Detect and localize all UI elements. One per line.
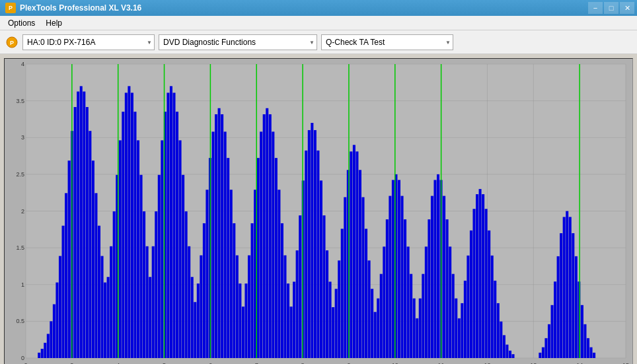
title-bar: P PlexTools Professional XL V3.16 − □ ✕ [0,0,637,16]
top-chart-canvas [5,59,632,364]
svg-text:P: P [10,40,14,46]
menu-help[interactable]: Help [40,17,67,29]
top-chart [4,58,633,364]
menu-options[interactable]: Options [3,17,40,29]
function-select[interactable]: DVD Diagnostic Functions [159,34,317,50]
close-button[interactable]: ✕ [620,2,634,14]
window-title: PlexTools Professional XL V3.16 [20,3,141,13]
title-bar-left: P PlexTools Professional XL V3.16 [5,3,141,13]
test-select-wrapper[interactable]: Q-Check TA Test [321,34,453,50]
drive-icon: P [5,36,19,49]
minimize-button[interactable]: − [588,2,603,14]
drive-select[interactable]: HA:0 ID:0 PX-716A [22,34,155,50]
app-icon: P [5,3,16,13]
menu-bar: Options Help [0,16,637,30]
window-controls: − □ ✕ [588,2,634,14]
function-select-wrapper[interactable]: DVD Diagnostic Functions [159,34,317,50]
test-select[interactable]: Q-Check TA Test [321,34,453,50]
toolbar: P HA:0 ID:0 PX-716A DVD Diagnostic Funct… [0,30,637,54]
drive-select-wrapper[interactable]: HA:0 ID:0 PX-716A [22,34,155,50]
maximize-button[interactable]: □ [604,2,618,14]
